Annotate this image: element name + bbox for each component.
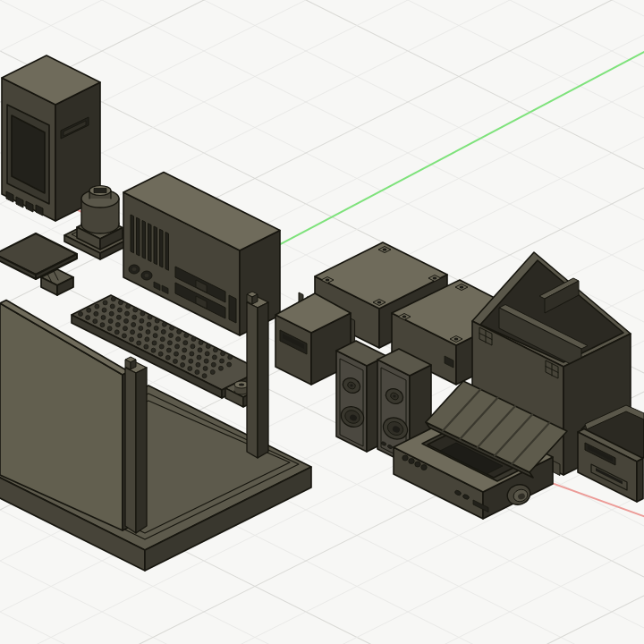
scene-svg [0,0,644,644]
cad-viewport [0,0,644,644]
